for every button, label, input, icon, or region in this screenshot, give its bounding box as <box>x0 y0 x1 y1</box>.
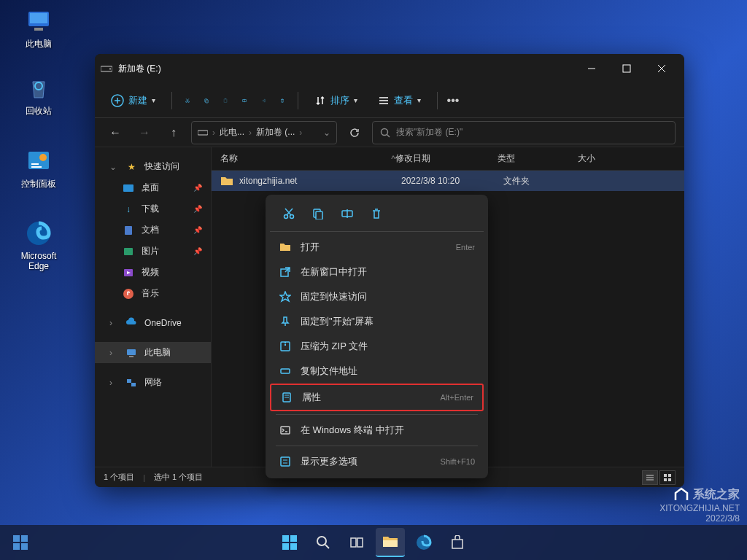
widgets-button[interactable] <box>6 528 35 557</box>
svg-rect-11 <box>623 65 630 72</box>
refresh-button[interactable] <box>343 121 366 144</box>
copy-button[interactable] <box>305 202 331 225</box>
view-button[interactable]: 查看 ▾ <box>371 90 428 112</box>
edge-icon <box>24 219 53 248</box>
delete-button[interactable] <box>363 202 390 225</box>
icons-view-button[interactable] <box>659 470 676 485</box>
file-type: 文件夹 <box>503 175 584 187</box>
column-name[interactable]: 名称^ <box>220 152 395 165</box>
sidebar-item-label: OneDrive <box>144 318 182 328</box>
close-button[interactable] <box>645 57 678 80</box>
store-button[interactable] <box>443 528 472 557</box>
breadcrumb-item[interactable]: 此电... <box>220 126 244 139</box>
share-button[interactable] <box>257 94 270 107</box>
back-button[interactable]: ← <box>104 121 127 144</box>
svg-rect-6 <box>31 166 42 168</box>
svg-rect-46 <box>664 474 667 477</box>
separator <box>437 92 438 109</box>
maximize-button[interactable] <box>610 57 643 80</box>
music-icon <box>123 288 134 300</box>
rename-button[interactable] <box>238 94 251 107</box>
titlebar[interactable]: 新加卷 (E:) <box>95 54 684 83</box>
svg-rect-24 <box>225 98 226 99</box>
sidebar-item-pictures[interactable]: 图片 📌 <box>95 241 211 262</box>
context-item-terminal[interactable]: 在 Windows 终端 中打开 <box>270 418 484 443</box>
start-button[interactable] <box>275 528 304 557</box>
sidebar-item-desktop[interactable]: 桌面 📌 <box>95 177 211 198</box>
column-headers: 名称^ 修改日期 类型 大小 <box>212 147 684 171</box>
computer-icon <box>24 6 53 35</box>
breadcrumb[interactable]: › 此电... › 新加卷 (... › ⌄ <box>191 121 337 144</box>
rename-button[interactable] <box>334 202 360 225</box>
forward-button[interactable]: → <box>133 121 156 144</box>
desktop-icon-control-panel[interactable]: 控制面板 <box>13 146 64 190</box>
context-item-label: 复制文件地址 <box>301 365 475 378</box>
cut-button[interactable] <box>181 94 194 107</box>
context-item-show-more[interactable]: 显示更多选项 Shift+F10 <box>270 449 484 474</box>
desktop-icon-edge[interactable]: Microsoft Edge <box>13 219 64 271</box>
sidebar-item-this-pc[interactable]: › 此电脑 <box>95 342 211 363</box>
svg-rect-65 <box>281 427 290 434</box>
context-item-copy-path[interactable]: 复制文件地址 <box>270 359 484 384</box>
context-item-compress[interactable]: 压缩为 ZIP 文件 <box>270 334 484 359</box>
task-view-button[interactable] <box>342 528 371 557</box>
context-item-pin-start[interactable]: 固定到"开始"屏幕 <box>270 309 484 334</box>
svg-rect-47 <box>668 474 671 477</box>
svg-rect-72 <box>21 543 28 550</box>
chevron-right-icon: › <box>109 378 118 388</box>
folder-icon <box>220 176 233 186</box>
cloud-icon <box>125 317 137 329</box>
chevron-down-icon[interactable]: ⌄ <box>323 128 330 138</box>
item-count: 1 个项目 <box>104 472 134 483</box>
svg-rect-34 <box>123 184 133 192</box>
file-row[interactable]: xitongzhijia.net 2022/3/8 10:20 文件夹 <box>212 171 684 191</box>
chevron-down-icon: ⌄ <box>109 162 118 172</box>
picture-icon <box>123 246 134 257</box>
sidebar-item-onedrive[interactable]: › OneDrive <box>95 313 211 333</box>
search-button[interactable] <box>309 528 338 557</box>
sidebar-item-label: 快速访问 <box>144 160 179 173</box>
new-window-icon <box>279 265 292 279</box>
svg-point-77 <box>317 537 326 545</box>
sidebar-item-videos[interactable]: 视频 <box>95 262 211 283</box>
breadcrumb-item[interactable]: 新加卷 (... <box>256 126 295 139</box>
new-label: 新建 <box>128 94 147 107</box>
sort-button[interactable]: 排序 ▾ <box>307 90 365 112</box>
sidebar-item-downloads[interactable]: ↓ 下载 📌 <box>95 198 211 219</box>
search-input[interactable]: 搜索"新加卷 (E:)" <box>372 121 676 144</box>
delete-button[interactable] <box>276 94 289 107</box>
file-explorer-button[interactable] <box>376 528 405 557</box>
sidebar-item-network[interactable]: › 网络 <box>95 372 211 393</box>
cut-button[interactable] <box>276 202 302 225</box>
edge-button[interactable] <box>409 528 438 557</box>
paste-button[interactable] <box>219 94 232 107</box>
context-item-open[interactable]: 打开 Enter <box>270 235 484 260</box>
desktop-icon-recycle-bin[interactable]: 回收站 <box>13 73 64 117</box>
video-icon <box>123 267 134 279</box>
column-type[interactable]: 类型 <box>498 152 578 165</box>
details-view-button[interactable] <box>642 470 658 485</box>
sidebar-item-documents[interactable]: 文档 📌 <box>95 219 211 241</box>
minimize-button[interactable] <box>575 57 608 80</box>
desktop-icon-this-pc[interactable]: 此电脑 <box>13 6 64 50</box>
pin-icon <box>279 315 292 328</box>
sidebar-item-quick-access[interactable]: ⌄ ★ 快速访问 <box>95 156 211 177</box>
navbar: ← → ↑ › 此电... › 新加卷 (... › ⌄ 搜索"新加卷 (E:)… <box>95 118 684 147</box>
up-button[interactable]: ↑ <box>162 121 185 144</box>
new-button[interactable]: 新建 ▾ <box>104 90 163 112</box>
drive-icon <box>198 129 208 136</box>
context-item-open-new-window[interactable]: 在新窗口中打开 <box>270 260 484 284</box>
column-date[interactable]: 修改日期 <box>395 152 498 165</box>
context-item-pin-quick[interactable]: 固定到快速访问 <box>270 284 484 309</box>
star-icon <box>279 290 292 303</box>
sidebar-item-music[interactable]: 音乐 <box>95 283 211 304</box>
column-size[interactable]: 大小 <box>578 152 676 165</box>
context-item-properties[interactable]: 属性 Alt+Enter <box>270 384 484 411</box>
svg-rect-61 <box>281 369 290 373</box>
more-button[interactable]: ••• <box>446 94 460 107</box>
svg-rect-81 <box>383 540 398 547</box>
svg-rect-31 <box>198 131 208 135</box>
window-title: 新加卷 (E:) <box>118 63 575 75</box>
copy-button[interactable] <box>200 94 213 107</box>
svg-line-33 <box>387 134 390 137</box>
